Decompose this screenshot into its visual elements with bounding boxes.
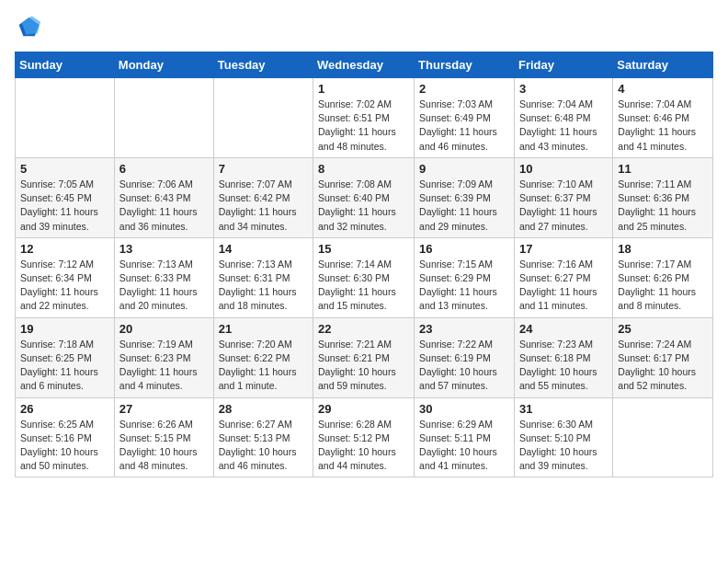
calendar-cell: 27Sunrise: 6:26 AM Sunset: 5:15 PM Dayli… bbox=[114, 397, 213, 477]
day-number: 7 bbox=[219, 162, 308, 176]
day-info: Sunrise: 7:21 AM Sunset: 6:21 PM Dayligh… bbox=[318, 338, 409, 394]
calendar-cell: 31Sunrise: 6:30 AM Sunset: 5:10 PM Dayli… bbox=[514, 397, 612, 477]
day-info: Sunrise: 7:10 AM Sunset: 6:37 PM Dayligh… bbox=[519, 178, 608, 234]
calendar-cell: 22Sunrise: 7:21 AM Sunset: 6:21 PM Dayli… bbox=[313, 317, 415, 397]
calendar-cell: 12Sunrise: 7:12 AM Sunset: 6:34 PM Dayli… bbox=[16, 237, 115, 317]
weekday-header: Friday bbox=[514, 52, 612, 78]
calendar-cell: 29Sunrise: 6:28 AM Sunset: 5:12 PM Dayli… bbox=[313, 397, 415, 477]
day-info: Sunrise: 7:07 AM Sunset: 6:42 PM Dayligh… bbox=[219, 178, 308, 234]
day-info: Sunrise: 7:23 AM Sunset: 6:18 PM Dayligh… bbox=[519, 338, 608, 394]
calendar-cell: 11Sunrise: 7:11 AM Sunset: 6:36 PM Dayli… bbox=[613, 157, 713, 237]
day-number: 5 bbox=[20, 162, 109, 176]
day-number: 23 bbox=[419, 322, 509, 336]
day-number: 26 bbox=[20, 402, 109, 416]
calendar-cell: 8Sunrise: 7:08 AM Sunset: 6:40 PM Daylig… bbox=[313, 157, 415, 237]
calendar-cell: 9Sunrise: 7:09 AM Sunset: 6:39 PM Daylig… bbox=[415, 157, 515, 237]
calendar-cell: 20Sunrise: 7:19 AM Sunset: 6:23 PM Dayli… bbox=[114, 317, 213, 397]
calendar-cell bbox=[114, 78, 213, 158]
calendar-cell: 7Sunrise: 7:07 AM Sunset: 6:42 PM Daylig… bbox=[213, 157, 313, 237]
day-number: 6 bbox=[119, 162, 209, 176]
calendar-week-row: 1Sunrise: 7:02 AM Sunset: 6:51 PM Daylig… bbox=[16, 78, 713, 158]
day-info: Sunrise: 7:05 AM Sunset: 6:45 PM Dayligh… bbox=[20, 178, 109, 234]
day-number: 15 bbox=[318, 242, 409, 256]
weekday-header: Sunday bbox=[16, 52, 115, 78]
calendar-cell bbox=[213, 78, 313, 158]
calendar-week-row: 19Sunrise: 7:18 AM Sunset: 6:25 PM Dayli… bbox=[16, 317, 713, 397]
day-number: 22 bbox=[318, 322, 409, 336]
calendar-cell: 5Sunrise: 7:05 AM Sunset: 6:45 PM Daylig… bbox=[16, 157, 115, 237]
calendar-week-row: 5Sunrise: 7:05 AM Sunset: 6:45 PM Daylig… bbox=[16, 157, 713, 237]
day-number: 10 bbox=[519, 162, 608, 176]
day-info: Sunrise: 7:04 AM Sunset: 6:48 PM Dayligh… bbox=[519, 98, 608, 154]
day-number: 16 bbox=[419, 242, 509, 256]
day-info: Sunrise: 7:02 AM Sunset: 6:51 PM Dayligh… bbox=[318, 98, 409, 154]
day-number: 14 bbox=[219, 242, 308, 256]
weekday-header: Saturday bbox=[613, 52, 713, 78]
day-info: Sunrise: 7:22 AM Sunset: 6:19 PM Dayligh… bbox=[419, 338, 509, 394]
day-number: 3 bbox=[519, 82, 608, 96]
day-number: 12 bbox=[20, 242, 109, 256]
day-number: 11 bbox=[618, 162, 708, 176]
day-number: 2 bbox=[419, 82, 509, 96]
day-info: Sunrise: 7:12 AM Sunset: 6:34 PM Dayligh… bbox=[20, 258, 109, 314]
weekday-header: Wednesday bbox=[313, 52, 415, 78]
calendar-week-row: 12Sunrise: 7:12 AM Sunset: 6:34 PM Dayli… bbox=[16, 237, 713, 317]
weekday-header: Monday bbox=[114, 52, 213, 78]
day-info: Sunrise: 7:17 AM Sunset: 6:26 PM Dayligh… bbox=[618, 258, 708, 314]
calendar-cell: 10Sunrise: 7:10 AM Sunset: 6:37 PM Dayli… bbox=[514, 157, 612, 237]
logo bbox=[15, 15, 42, 40]
day-info: Sunrise: 7:19 AM Sunset: 6:23 PM Dayligh… bbox=[119, 338, 209, 394]
day-info: Sunrise: 6:27 AM Sunset: 5:13 PM Dayligh… bbox=[219, 418, 308, 474]
calendar-cell: 28Sunrise: 6:27 AM Sunset: 5:13 PM Dayli… bbox=[213, 397, 313, 477]
day-number: 17 bbox=[519, 242, 608, 256]
day-info: Sunrise: 7:24 AM Sunset: 6:17 PM Dayligh… bbox=[618, 338, 708, 394]
calendar-header-row: SundayMondayTuesdayWednesdayThursdayFrid… bbox=[16, 52, 713, 78]
calendar-cell: 1Sunrise: 7:02 AM Sunset: 6:51 PM Daylig… bbox=[313, 78, 415, 158]
calendar-cell: 21Sunrise: 7:20 AM Sunset: 6:22 PM Dayli… bbox=[213, 317, 313, 397]
day-info: Sunrise: 7:20 AM Sunset: 6:22 PM Dayligh… bbox=[219, 338, 308, 394]
day-number: 24 bbox=[519, 322, 608, 336]
day-info: Sunrise: 7:13 AM Sunset: 6:33 PM Dayligh… bbox=[119, 258, 209, 314]
day-info: Sunrise: 6:28 AM Sunset: 5:12 PM Dayligh… bbox=[318, 418, 409, 474]
day-info: Sunrise: 7:18 AM Sunset: 6:25 PM Dayligh… bbox=[20, 338, 109, 394]
day-number: 29 bbox=[318, 402, 409, 416]
calendar-cell: 18Sunrise: 7:17 AM Sunset: 6:26 PM Dayli… bbox=[613, 237, 713, 317]
day-number: 27 bbox=[119, 402, 209, 416]
day-number: 13 bbox=[119, 242, 209, 256]
calendar-cell: 3Sunrise: 7:04 AM Sunset: 6:48 PM Daylig… bbox=[514, 78, 612, 158]
day-number: 4 bbox=[618, 82, 708, 96]
calendar-cell: 15Sunrise: 7:14 AM Sunset: 6:30 PM Dayli… bbox=[313, 237, 415, 317]
calendar-cell bbox=[16, 78, 115, 158]
weekday-header: Thursday bbox=[415, 52, 515, 78]
day-info: Sunrise: 6:25 AM Sunset: 5:16 PM Dayligh… bbox=[20, 418, 109, 474]
calendar-cell: 14Sunrise: 7:13 AM Sunset: 6:31 PM Dayli… bbox=[213, 237, 313, 317]
day-number: 30 bbox=[419, 402, 509, 416]
calendar-cell: 30Sunrise: 6:29 AM Sunset: 5:11 PM Dayli… bbox=[415, 397, 515, 477]
day-number: 21 bbox=[219, 322, 308, 336]
day-info: Sunrise: 7:15 AM Sunset: 6:29 PM Dayligh… bbox=[419, 258, 509, 314]
day-info: Sunrise: 7:09 AM Sunset: 6:39 PM Dayligh… bbox=[419, 178, 509, 234]
day-number: 19 bbox=[20, 322, 109, 336]
calendar-cell: 13Sunrise: 7:13 AM Sunset: 6:33 PM Dayli… bbox=[114, 237, 213, 317]
weekday-header: Tuesday bbox=[213, 52, 313, 78]
day-info: Sunrise: 7:13 AM Sunset: 6:31 PM Dayligh… bbox=[219, 258, 308, 314]
calendar-cell: 19Sunrise: 7:18 AM Sunset: 6:25 PM Dayli… bbox=[16, 317, 115, 397]
day-number: 18 bbox=[618, 242, 708, 256]
calendar-cell: 24Sunrise: 7:23 AM Sunset: 6:18 PM Dayli… bbox=[514, 317, 612, 397]
calendar-cell: 16Sunrise: 7:15 AM Sunset: 6:29 PM Dayli… bbox=[415, 237, 515, 317]
day-info: Sunrise: 7:03 AM Sunset: 6:49 PM Dayligh… bbox=[419, 98, 509, 154]
day-number: 1 bbox=[318, 82, 409, 96]
calendar-cell bbox=[613, 397, 713, 477]
day-info: Sunrise: 7:11 AM Sunset: 6:36 PM Dayligh… bbox=[618, 178, 708, 234]
day-number: 28 bbox=[219, 402, 308, 416]
calendar-table: SundayMondayTuesdayWednesdayThursdayFrid… bbox=[15, 52, 713, 477]
calendar-cell: 2Sunrise: 7:03 AM Sunset: 6:49 PM Daylig… bbox=[415, 78, 515, 158]
day-info: Sunrise: 6:30 AM Sunset: 5:10 PM Dayligh… bbox=[519, 418, 608, 474]
day-info: Sunrise: 7:04 AM Sunset: 6:46 PM Dayligh… bbox=[618, 98, 708, 154]
day-number: 20 bbox=[119, 322, 209, 336]
logo-icon bbox=[15, 15, 40, 40]
day-info: Sunrise: 6:29 AM Sunset: 5:11 PM Dayligh… bbox=[419, 418, 509, 474]
page-header bbox=[15, 15, 713, 40]
day-info: Sunrise: 7:08 AM Sunset: 6:40 PM Dayligh… bbox=[318, 178, 409, 234]
day-info: Sunrise: 7:14 AM Sunset: 6:30 PM Dayligh… bbox=[318, 258, 409, 314]
